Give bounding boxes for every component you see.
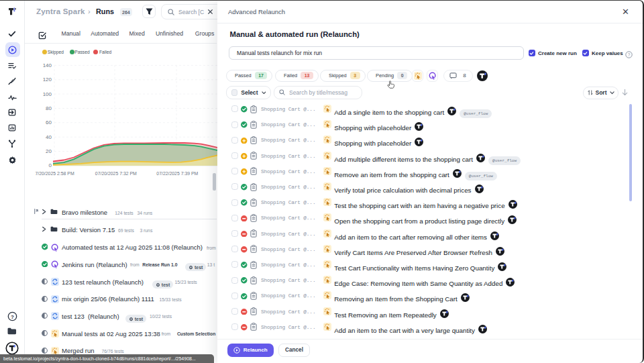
svg-text:?: ? — [11, 314, 14, 320]
svg-text:?: ? — [628, 52, 631, 56]
